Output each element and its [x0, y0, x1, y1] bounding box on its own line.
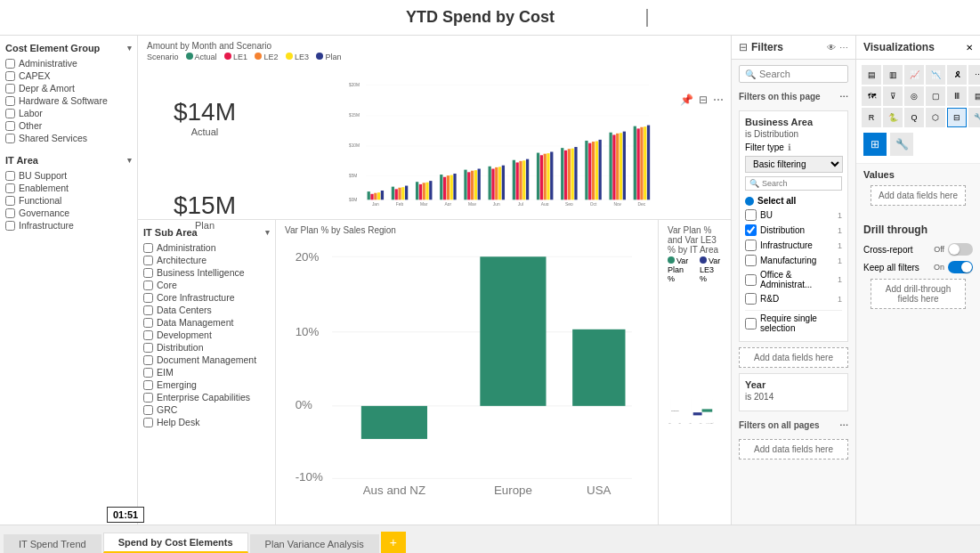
- it-sub-architecture[interactable]: Architecture: [143, 254, 270, 266]
- add-data-fields-btn[interactable]: Add data fields here: [739, 347, 848, 368]
- viz-icon-column[interactable]: ▥: [883, 65, 903, 85]
- tab-spend-by-cost[interactable]: Spend by Cost Elements: [103, 533, 248, 553]
- keep-filters-toggle[interactable]: On: [934, 261, 973, 273]
- svg-rect-15: [392, 187, 394, 200]
- viz-format-icon[interactable]: 🔧: [890, 133, 913, 156]
- filter-item-shared-services[interactable]: Shared Services: [5, 132, 132, 144]
- filters-eye-icon[interactable]: 👁: [827, 43, 836, 53]
- viz-icon-custom2[interactable]: ⊟: [947, 108, 967, 127]
- it-subarea-dropdown-icon[interactable]: ▾: [265, 228, 270, 237]
- filter-option-distribution[interactable]: Distribution 1: [745, 223, 842, 238]
- svg-rect-24: [429, 181, 432, 199]
- svg-rect-34: [478, 169, 481, 200]
- filter-item-capex[interactable]: CAPEX: [5, 69, 132, 82]
- app-container: YTD Spend by Cost Cost Element Group ▾ A…: [0, 0, 980, 553]
- viz-icon-line[interactable]: 📈: [904, 65, 924, 85]
- cross-report-toggle[interactable]: Off: [934, 243, 973, 256]
- filter-type-select[interactable]: Basic filtering Advanced filtering: [745, 156, 843, 173]
- it-sub-distribution[interactable]: Distribution: [143, 341, 270, 354]
- it-sub-datacenters[interactable]: Data Centers: [143, 304, 270, 316]
- viz-icon-bar[interactable]: ▤: [862, 65, 881, 85]
- tab-plan-variance[interactable]: Plan Variance Analysis: [250, 534, 379, 553]
- it-sub-bi[interactable]: Business Intelligence: [143, 266, 270, 279]
- filter-item-enablement[interactable]: Enablement: [5, 182, 132, 194]
- scenario-label: Scenario: [147, 53, 179, 61]
- filter-item-functional[interactable]: Functional: [5, 194, 132, 207]
- drill-through-title: Drill through: [863, 224, 973, 236]
- viz-icon-ribbon[interactable]: 🎗: [947, 65, 967, 85]
- it-sub-entcap[interactable]: Enterprise Capabilities: [143, 391, 270, 403]
- it-sub-emerging[interactable]: Emerging: [143, 378, 270, 391]
- svg-text:$15M: $15M: [349, 113, 360, 118]
- filter-card-search[interactable]: 🔍: [745, 176, 842, 191]
- tab-add-button[interactable]: +: [381, 532, 406, 553]
- filter-option-infrastructure[interactable]: Infrastructure 1: [745, 238, 842, 253]
- viz-add-fields-btn[interactable]: Add data fields here: [871, 185, 966, 206]
- viz-fields-icon[interactable]: ⊞: [863, 133, 887, 156]
- filters-search-input[interactable]: [759, 69, 856, 79]
- viz-icon-scatter[interactable]: ⋯: [968, 65, 980, 85]
- filter-item-depr-amort[interactable]: Depr & Amort: [5, 82, 132, 94]
- filter-card-search-icon: 🔍: [749, 179, 759, 188]
- it-sub-core[interactable]: Core: [143, 279, 270, 291]
- it-sub-eim[interactable]: EIM: [143, 366, 270, 378]
- select-all-row[interactable]: Select all: [745, 194, 842, 207]
- filter-item-bu-support[interactable]: BU Support: [5, 169, 132, 182]
- keep-filters-track[interactable]: [948, 261, 973, 273]
- it-area-dropdown-icon[interactable]: ▾: [127, 156, 132, 165]
- it-sub-administration[interactable]: Administration: [143, 241, 270, 254]
- viz-icon-table[interactable]: ▤: [968, 86, 980, 106]
- filter-item-other[interactable]: Other: [5, 119, 132, 132]
- filter-item-administrative[interactable]: Administrative: [5, 57, 132, 69]
- svg-text:Europe: Europe: [494, 484, 532, 498]
- values-title: Values: [863, 169, 973, 180]
- viz-icon-qs[interactable]: Q: [904, 108, 924, 127]
- keep-filters-row: Keep all filters On: [863, 261, 973, 273]
- viz-icon-card[interactable]: ▢: [926, 86, 945, 106]
- tab-it-spend-trend[interactable]: IT Spend Trend: [4, 534, 101, 553]
- filter-option-rd[interactable]: R&D 1: [745, 291, 842, 306]
- viz-icon-funnel[interactable]: ⊽: [883, 86, 903, 106]
- year-card-title: Year: [745, 379, 842, 390]
- right-panels-content: 🔍 Filters on this page ⋯ Business Area i…: [732, 60, 980, 525]
- svg-rect-32: [471, 171, 474, 200]
- it-sub-grc[interactable]: GRC: [143, 403, 270, 416]
- filters-more-icon[interactable]: ⋯: [839, 43, 848, 53]
- filters-page-more[interactable]: ⋯: [839, 92, 848, 102]
- it-sub-core-infra[interactable]: Core Infrastructure: [143, 291, 270, 304]
- filter-item-hardware[interactable]: Hardware & Software: [5, 94, 132, 107]
- add-data-fields-btn2[interactable]: Add data fields here: [739, 439, 848, 459]
- svg-text:Feb: Feb: [396, 202, 404, 206]
- it-sub-datamgmt[interactable]: Data Management: [143, 316, 270, 329]
- viz-icon-r[interactable]: R: [862, 108, 881, 127]
- viz-close-icon[interactable]: ✕: [966, 43, 973, 53]
- viz-icon-custom1[interactable]: ⬡: [926, 108, 945, 127]
- filter-option-bu[interactable]: BU 1: [745, 207, 842, 223]
- svg-text:$10M: $10M: [349, 143, 360, 148]
- filter-item-governance[interactable]: Governance: [5, 207, 132, 219]
- filter-card-search-input[interactable]: [762, 179, 838, 188]
- filters-all-more[interactable]: ⋯: [839, 420, 848, 430]
- filters-search-box[interactable]: 🔍: [739, 65, 848, 83]
- viz-icon-area[interactable]: 📉: [926, 65, 945, 85]
- filters-column: 🔍 Filters on this page ⋯ Business Area i…: [732, 60, 856, 525]
- viz-icon-map[interactable]: 🗺: [862, 86, 881, 106]
- drill-through-section: Drill through Cross-report Off: [856, 216, 980, 321]
- viz-icon-gauge[interactable]: ◎: [904, 86, 924, 106]
- filter-option-office[interactable]: Office & Administrat... 1: [745, 268, 842, 291]
- filter-item-labor[interactable]: Labor: [5, 107, 132, 119]
- it-sub-docmgmt[interactable]: Document Management: [143, 354, 270, 366]
- it-sub-helpdesk[interactable]: Help Desk: [143, 416, 270, 428]
- cost-group-dropdown-icon[interactable]: ▾: [127, 44, 132, 53]
- top-chart-title: Amount by Month and Scenario: [147, 41, 722, 51]
- viz-icon-custom3[interactable]: 🔧: [968, 108, 980, 127]
- it-sub-development[interactable]: Development: [143, 329, 270, 341]
- svg-rect-27: [447, 175, 450, 199]
- viz-icon-py[interactable]: 🐍: [883, 108, 903, 127]
- drill-add-fields-btn[interactable]: Add drill-through fields here: [871, 279, 966, 309]
- viz-icon-kpi[interactable]: Ⅲ: [947, 86, 967, 106]
- filter-item-infrastructure[interactable]: Infrastructure: [5, 219, 132, 232]
- filter-option-manufacturing[interactable]: Manufacturing 1: [745, 253, 842, 268]
- cross-report-track[interactable]: [948, 243, 973, 256]
- svg-rect-91: [480, 257, 546, 407]
